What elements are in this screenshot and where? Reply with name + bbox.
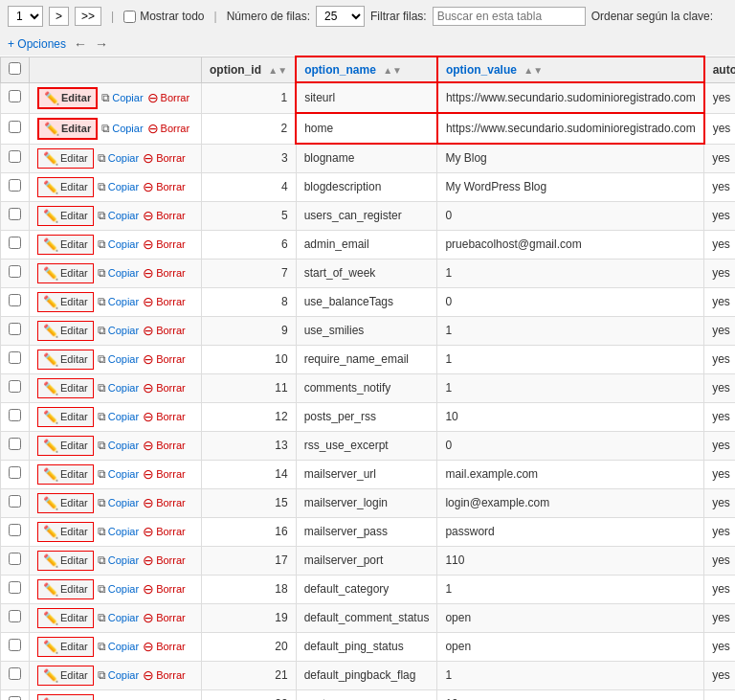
row-checkbox[interactable] bbox=[9, 265, 21, 278]
copy-button[interactable]: ⧉Copiar bbox=[98, 324, 139, 337]
copy-button[interactable]: ⧉Copiar bbox=[98, 467, 139, 481]
row-checkbox[interactable] bbox=[9, 524, 21, 536]
delete-button[interactable]: ⊖Borrar bbox=[143, 237, 186, 252]
delete-button[interactable]: ⊖Borrar bbox=[143, 639, 186, 654]
delete-button[interactable]: ⊖Borrar bbox=[143, 466, 186, 482]
edit-button[interactable]: ✏️Editar bbox=[37, 263, 94, 283]
row-checkbox[interactable] bbox=[9, 90, 21, 102]
copy-button[interactable]: ⧉Copiar bbox=[98, 266, 139, 280]
row-checkbox[interactable] bbox=[9, 323, 21, 335]
copy-button[interactable]: ⧉Copiar bbox=[98, 582, 139, 596]
edit-button[interactable]: ✏️Editar bbox=[37, 608, 94, 628]
row-checkbox[interactable] bbox=[9, 610, 21, 622]
row-checkbox[interactable] bbox=[9, 438, 21, 450]
delete-button[interactable]: ⊖Borrar bbox=[147, 90, 190, 105]
row-checkbox[interactable] bbox=[9, 639, 21, 651]
delete-button[interactable]: ⊖Borrar bbox=[143, 409, 186, 424]
delete-button[interactable]: ⊖Borrar bbox=[143, 380, 186, 395]
copy-button[interactable]: ⧉Copiar bbox=[98, 640, 139, 653]
row-checkbox[interactable] bbox=[9, 351, 21, 364]
row-checkbox[interactable] bbox=[9, 150, 21, 163]
show-all-label[interactable]: Mostrar todo bbox=[123, 10, 204, 23]
edit-button[interactable]: ✏️Editar bbox=[37, 694, 94, 701]
copy-button[interactable]: ⧉Copiar bbox=[101, 91, 143, 104]
edit-button[interactable]: ✏️Editar bbox=[37, 407, 94, 427]
delete-button[interactable]: ⊖Borrar bbox=[143, 208, 186, 223]
copy-button[interactable]: ⧉Copiar bbox=[98, 352, 139, 366]
copy-button[interactable]: ⧉Copiar bbox=[98, 611, 139, 624]
edit-button[interactable]: ✏️Editar bbox=[37, 378, 94, 398]
copy-button[interactable]: ⧉Copiar bbox=[98, 180, 139, 193]
copy-button[interactable]: ⧉Copiar bbox=[98, 237, 139, 251]
edit-button[interactable]: ✏️Editar bbox=[37, 148, 94, 169]
edit-button[interactable]: ✏️Editar bbox=[37, 522, 94, 542]
header-option-value[interactable]: option_value ▲▼ bbox=[437, 56, 704, 82]
edit-button[interactable]: ✏️Editar bbox=[37, 87, 98, 109]
row-checkbox[interactable] bbox=[9, 696, 21, 700]
copy-button[interactable]: ⧉Copiar bbox=[98, 553, 139, 567]
delete-button[interactable]: ⊖Borrar bbox=[143, 265, 186, 281]
show-all-checkbox[interactable] bbox=[123, 11, 136, 23]
edit-button[interactable]: ✏️Editar bbox=[37, 436, 94, 456]
copy-button[interactable]: ⧉Copiar bbox=[98, 439, 139, 452]
copy-button[interactable]: ⧉Copiar bbox=[98, 496, 139, 509]
delete-button[interactable]: ⊖Borrar bbox=[143, 294, 186, 309]
select-all-checkbox[interactable] bbox=[9, 62, 21, 75]
nav-next-button[interactable]: > bbox=[49, 7, 69, 26]
copy-button[interactable]: ⧉Copiar bbox=[98, 410, 139, 423]
edit-button[interactable]: ✏️Editar bbox=[37, 666, 94, 686]
delete-button[interactable]: ⊖Borrar bbox=[143, 150, 186, 166]
delete-button[interactable]: ⊖Borrar bbox=[143, 495, 186, 510]
copy-button[interactable]: ⧉Copiar bbox=[98, 151, 139, 165]
edit-button[interactable]: ✏️Editar bbox=[37, 551, 94, 571]
copy-button[interactable]: ⧉Copiar bbox=[98, 525, 139, 538]
header-autoload[interactable]: autoload ▲▼ bbox=[704, 56, 735, 82]
edit-button[interactable]: ✏️Editar bbox=[37, 292, 94, 312]
edit-button[interactable]: ✏️Editar bbox=[37, 464, 94, 485]
row-checkbox[interactable] bbox=[9, 553, 21, 565]
header-option-id[interactable]: option_id ▲▼ bbox=[202, 56, 297, 82]
copy-button[interactable]: ⧉Copiar bbox=[98, 295, 139, 308]
arrow-left-button[interactable]: ← bbox=[74, 36, 87, 52]
delete-button[interactable]: ⊖Borrar bbox=[143, 667, 186, 683]
copy-button[interactable]: ⧉Copiar bbox=[98, 381, 139, 395]
edit-button[interactable]: ✏️Editar bbox=[37, 118, 98, 140]
edit-button[interactable]: ✏️Editar bbox=[37, 321, 94, 341]
delete-button[interactable]: ⊖Borrar bbox=[143, 323, 186, 338]
row-checkbox[interactable] bbox=[9, 667, 21, 680]
delete-button[interactable]: ⊖Borrar bbox=[143, 696, 186, 700]
row-checkbox[interactable] bbox=[9, 380, 21, 393]
edit-button[interactable]: ✏️Editar bbox=[37, 493, 94, 513]
rows-select[interactable]: 25 50 100 bbox=[316, 6, 365, 27]
arrow-right-button[interactable]: → bbox=[95, 36, 108, 52]
row-checkbox[interactable] bbox=[9, 581, 21, 594]
edit-button[interactable]: ✏️Editar bbox=[37, 177, 94, 197]
delete-button[interactable]: ⊖Borrar bbox=[143, 553, 186, 568]
edit-button[interactable]: ✏️Editar bbox=[37, 235, 94, 255]
row-checkbox[interactable] bbox=[9, 495, 21, 508]
delete-button[interactable]: ⊖Borrar bbox=[143, 351, 186, 367]
row-checkbox[interactable] bbox=[9, 208, 21, 220]
header-option-name[interactable]: option_name ▲▼ bbox=[296, 56, 437, 82]
filter-input[interactable] bbox=[433, 7, 586, 26]
row-checkbox[interactable] bbox=[9, 294, 21, 306]
nav-next-next-button[interactable]: >> bbox=[75, 7, 101, 26]
delete-button[interactable]: ⊖Borrar bbox=[147, 121, 190, 136]
row-checkbox[interactable] bbox=[9, 237, 21, 249]
row-checkbox[interactable] bbox=[9, 409, 21, 421]
row-checkbox[interactable] bbox=[9, 179, 21, 192]
delete-button[interactable]: ⊖Borrar bbox=[143, 438, 186, 453]
page-select[interactable]: 1 bbox=[8, 6, 43, 27]
edit-button[interactable]: ✏️Editar bbox=[37, 579, 94, 599]
copy-button[interactable]: ⧉Copiar bbox=[98, 668, 139, 682]
delete-button[interactable]: ⊖Borrar bbox=[143, 524, 186, 539]
copy-button[interactable]: ⧉Copiar bbox=[101, 122, 143, 135]
edit-button[interactable]: ✏️Editar bbox=[37, 350, 94, 370]
add-options-link[interactable]: + Opciones bbox=[8, 37, 66, 51]
row-checkbox[interactable] bbox=[9, 121, 21, 133]
edit-button[interactable]: ✏️Editar bbox=[37, 206, 94, 226]
delete-button[interactable]: ⊖Borrar bbox=[143, 179, 186, 194]
copy-button[interactable]: ⧉Copiar bbox=[98, 209, 139, 222]
edit-button[interactable]: ✏️Editar bbox=[37, 637, 94, 657]
row-checkbox[interactable] bbox=[9, 466, 21, 479]
